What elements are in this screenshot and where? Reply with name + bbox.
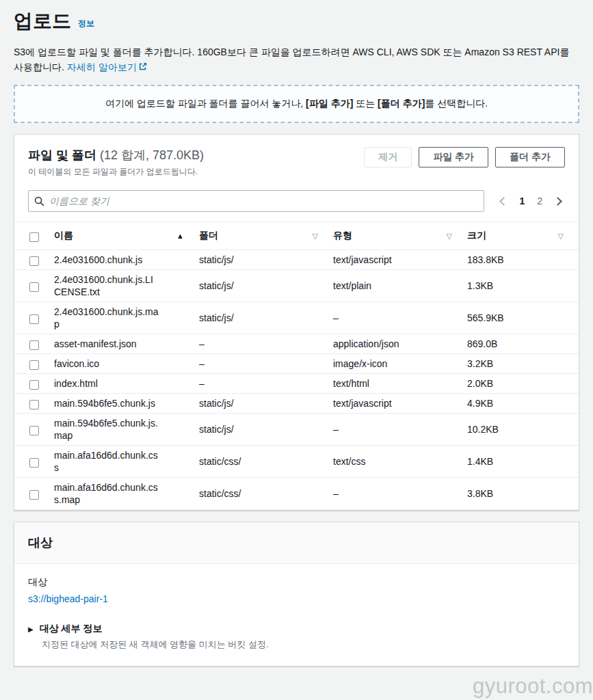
destination-details-toggle[interactable]: ▶ 대상 세부 정보 <box>28 623 565 635</box>
column-header-type[interactable]: 유형▽ <box>333 222 467 250</box>
table-row: index.html–text/html2.0KB <box>14 374 579 394</box>
file-folder: static/css/ <box>199 446 333 478</box>
file-folder: static/js/ <box>199 270 333 302</box>
file-dropzone[interactable]: 여기에 업로드할 파일과 폴더를 끌어서 놓거나, [파일 추가] 또는 [폴더… <box>14 85 579 123</box>
file-type: – <box>333 478 467 510</box>
file-size: 2.0KB <box>467 374 579 394</box>
info-link[interactable]: 정보 <box>78 18 94 28</box>
file-name: main.594b6fe5.chunk.js <box>54 394 199 414</box>
file-folder: static/css/ <box>199 478 333 510</box>
previous-page-icon[interactable] <box>500 197 509 206</box>
row-checkbox[interactable] <box>29 380 39 390</box>
file-size: 4.9KB <box>467 394 579 414</box>
add-files-button[interactable]: 파일 추가 <box>419 147 488 167</box>
column-header-folder[interactable]: 폴더▽ <box>199 222 333 250</box>
file-size: 869.0B <box>467 334 579 354</box>
search-box <box>28 190 484 212</box>
row-checkbox[interactable] <box>29 282 39 292</box>
column-header-name[interactable]: 이름▲ <box>54 222 199 250</box>
learn-more-link[interactable]: 자세히 알아보기 <box>67 62 148 72</box>
file-type: – <box>333 302 467 334</box>
sort-icon[interactable]: ▽ <box>313 232 318 241</box>
page-number-2[interactable]: 2 <box>537 196 542 206</box>
file-name: asset-manifest.json <box>54 334 199 354</box>
destination-label: 대상 <box>28 576 565 589</box>
sort-icon[interactable]: ▽ <box>447 232 452 241</box>
file-size: 1.4KB <box>467 446 579 478</box>
files-toolbar: 제거 파일 추가 폴더 추가 <box>364 147 565 167</box>
file-type: text/javascript <box>333 250 467 270</box>
table-row: 2.4e031600.chunk.js.LICENSE.txtstatic/js… <box>14 270 579 302</box>
file-size: 183.8KB <box>467 250 579 270</box>
table-row: main.afa16d6d.chunk.css.mapstatic/css/–3… <box>14 478 579 510</box>
file-size: 1.3KB <box>467 270 579 302</box>
row-checkbox[interactable] <box>29 360 39 370</box>
row-checkbox[interactable] <box>29 256 39 266</box>
file-name: index.html <box>54 374 199 394</box>
file-folder: static/js/ <box>199 414 333 446</box>
sort-ascending-icon[interactable]: ▲ <box>176 232 184 240</box>
files-count-badge: (12 합계, 787.0KB) <box>96 148 204 162</box>
destination-panel-header: 대상 <box>14 522 579 564</box>
table-row: asset-manifest.json–application/json869.… <box>14 334 579 354</box>
file-name: 2.4e031600.chunk.js.map <box>54 302 199 334</box>
remove-button[interactable]: 제거 <box>364 147 412 167</box>
destination-bucket-link[interactable]: s3://bighead-pair-1 <box>28 593 108 604</box>
table-row: main.afa16d6d.chunk.cssstatic/css/text/c… <box>14 446 579 478</box>
sort-icon[interactable]: ▽ <box>558 232 564 241</box>
file-folder: – <box>199 354 333 374</box>
row-checkbox[interactable] <box>29 400 39 409</box>
file-name: favicon.ico <box>54 354 199 374</box>
row-checkbox[interactable] <box>29 314 39 324</box>
file-table-body: 2.4e031600.chunk.jsstatic/js/text/javasc… <box>14 250 579 510</box>
file-size: 10.2KB <box>467 414 579 446</box>
file-name: 2.4e031600.chunk.js.LICENSE.txt <box>54 270 199 302</box>
file-name: main.594b6fe5.chunk.js.map <box>54 414 199 446</box>
table-row: 2.4e031600.chunk.jsstatic/js/text/javasc… <box>14 250 579 270</box>
page-title: 업로드 <box>14 10 71 31</box>
file-name: main.afa16d6d.chunk.css.map <box>54 478 199 510</box>
file-size: 3.2KB <box>467 354 579 374</box>
destination-title: 대상 <box>28 536 53 550</box>
page-description: S3에 업로드할 파일 및 폴더를 추가합니다. 160GB보다 큰 파일을 업… <box>14 45 579 75</box>
add-folder-button[interactable]: 폴더 추가 <box>495 147 565 167</box>
files-table: 이름▲ 폴더▽ 유형▽ 크기▽ 2.4e031600.chunk.jsstati… <box>14 221 579 510</box>
external-link-icon <box>139 61 148 76</box>
next-page-icon[interactable] <box>553 197 562 206</box>
column-header-size[interactable]: 크기▽ <box>467 222 579 250</box>
file-folder: – <box>199 334 333 354</box>
table-tools-row: 1 2 <box>14 182 579 221</box>
row-checkbox[interactable] <box>29 490 39 500</box>
file-folder: static/js/ <box>199 302 333 334</box>
files-panel-title: 파일 및 폴더 <box>28 148 96 162</box>
table-row: 2.4e031600.chunk.js.mapstatic/js/–565.9K… <box>14 302 579 334</box>
destination-details-description: 지정된 대상에 저장된 새 객체에 영향을 미치는 버킷 설정. <box>28 638 565 651</box>
file-type: text/plain <box>333 270 467 302</box>
search-icon <box>34 196 44 206</box>
upload-page: 업로드정보 S3에 업로드할 파일 및 폴더를 추가합니다. 160GB보다 큰… <box>0 0 593 700</box>
file-folder: – <box>199 374 333 394</box>
file-name: main.afa16d6d.chunk.css <box>54 446 199 478</box>
file-type: text/css <box>333 446 467 478</box>
file-size: 565.9KB <box>467 302 579 334</box>
table-row: main.594b6fe5.chunk.jsstatic/js/text/jav… <box>14 394 579 414</box>
watermark: gyuroot.com <box>473 674 593 699</box>
page-number-1[interactable]: 1 <box>519 196 525 206</box>
expander-caret-icon: ▶ <box>28 625 34 633</box>
row-checkbox[interactable] <box>29 426 39 435</box>
file-type: text/javascript <box>333 394 467 414</box>
files-panel-heading: 파일 및 폴더 (12 합계, 787.0KB) 이 테이블의 모든 파일과 폴… <box>28 147 204 178</box>
file-size: 3.8KB <box>467 478 579 510</box>
file-folder: static/js/ <box>199 394 333 414</box>
page-header: 업로드정보 <box>14 8 579 34</box>
file-name: 2.4e031600.chunk.js <box>54 250 199 270</box>
select-all-checkbox[interactable] <box>29 232 39 242</box>
row-checkbox[interactable] <box>29 458 39 468</box>
files-panel-subtitle: 이 테이블의 모든 파일과 폴더가 업로드됩니다. <box>28 166 204 178</box>
row-checkbox[interactable] <box>29 340 39 350</box>
file-folder: static/js/ <box>199 250 333 270</box>
file-type: – <box>333 414 467 446</box>
file-type: image/x-icon <box>333 354 467 374</box>
destination-panel: 대상 대상 s3://bighead-pair-1 ▶ 대상 세부 정보 지정된… <box>14 522 579 667</box>
search-input[interactable] <box>49 191 478 211</box>
